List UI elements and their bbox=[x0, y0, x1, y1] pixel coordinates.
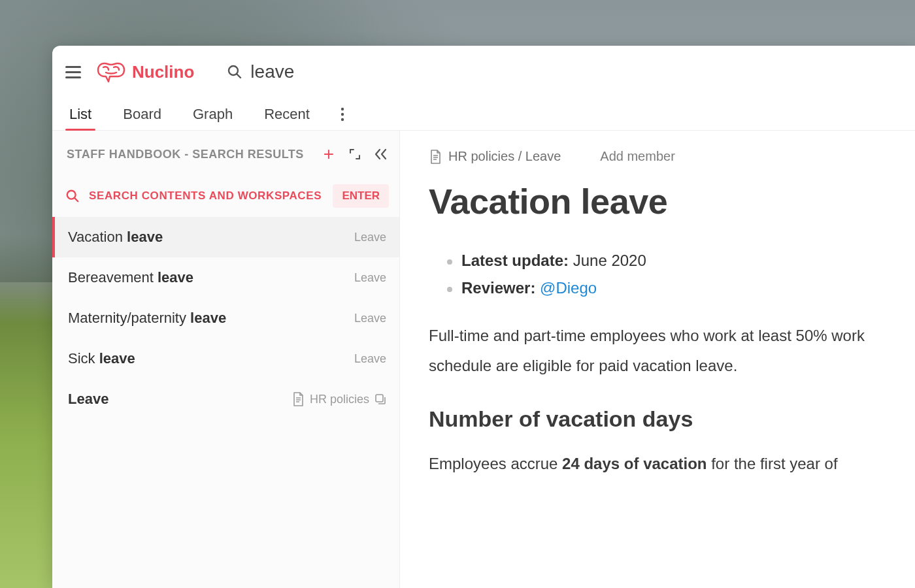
svg-point-2 bbox=[341, 107, 344, 110]
topbar: Nuclino bbox=[52, 46, 915, 98]
search-icon[interactable] bbox=[227, 64, 242, 80]
search-container bbox=[227, 61, 446, 82]
brand-name: Nuclino bbox=[132, 62, 194, 82]
tab-board[interactable]: Board bbox=[122, 99, 163, 129]
result-category: Leave bbox=[354, 352, 386, 366]
result-category: Leave bbox=[354, 312, 386, 325]
search-all-label: SEARCH CONTENTS AND WORKSPACES bbox=[89, 189, 324, 203]
tab-recent[interactable]: Recent bbox=[263, 99, 311, 129]
section-heading: Number of vacation days bbox=[429, 406, 915, 432]
user-mention[interactable]: @Diego bbox=[540, 279, 597, 297]
body-paragraph: Employees accrue 24 days of vacation for… bbox=[429, 449, 915, 479]
result-title: Sick leave bbox=[68, 350, 354, 367]
search-sidebar: STAFF HANDBOOK - SEARCH RESULTS + SEARCH… bbox=[52, 131, 400, 588]
document-meta-list: Latest update: June 2020 Reviewer: @Dieg… bbox=[447, 252, 915, 297]
document-header-row: HR policies / Leave Add member bbox=[429, 149, 915, 164]
result-category: HR policies bbox=[291, 392, 386, 406]
meta-latest-update: Latest update: June 2020 bbox=[447, 252, 915, 270]
meta-reviewer: Reviewer: @Diego bbox=[447, 279, 915, 297]
main-body: STAFF HANDBOOK - SEARCH RESULTS + SEARCH… bbox=[52, 131, 915, 588]
breadcrumb-text: HR policies / Leave bbox=[448, 149, 561, 164]
document-icon bbox=[429, 150, 442, 164]
collapse-sidebar-icon[interactable] bbox=[373, 146, 389, 162]
search-input[interactable] bbox=[250, 61, 446, 82]
svg-point-4 bbox=[341, 118, 344, 120]
svg-point-3 bbox=[341, 112, 344, 115]
brain-logo-icon bbox=[97, 61, 125, 83]
result-category: Leave bbox=[354, 231, 386, 244]
result-title: Leave bbox=[68, 391, 291, 408]
document-content: HR policies / Leave Add member Vacation … bbox=[400, 131, 915, 588]
add-item-button[interactable]: + bbox=[321, 145, 337, 163]
page-title: Vacation leave bbox=[429, 181, 915, 221]
breadcrumb[interactable]: HR policies / Leave bbox=[429, 149, 561, 164]
tabs-more-icon[interactable] bbox=[340, 106, 345, 122]
add-member-button[interactable]: Add member bbox=[600, 149, 675, 164]
svg-line-1 bbox=[237, 74, 241, 78]
search-all-workspaces-button[interactable]: SEARCH CONTENTS AND WORKSPACES ENTER bbox=[52, 175, 399, 217]
brand-logo-link[interactable]: Nuclino bbox=[97, 61, 194, 83]
search-icon bbox=[65, 189, 80, 203]
enter-key-pill: ENTER bbox=[333, 184, 389, 208]
result-category: Leave bbox=[354, 271, 386, 285]
result-title: Vacation leave bbox=[68, 229, 354, 246]
document-icon bbox=[291, 392, 305, 406]
tab-list[interactable]: List bbox=[68, 99, 93, 129]
search-result-item[interactable]: Maternity/paternity leave Leave bbox=[52, 298, 399, 338]
hamburger-menu-icon[interactable] bbox=[65, 63, 84, 81]
search-result-item[interactable]: Vacation leave Leave bbox=[52, 217, 399, 257]
collection-icon bbox=[374, 393, 386, 405]
result-title: Bereavement leave bbox=[68, 269, 354, 286]
result-title: Maternity/paternity leave bbox=[68, 310, 354, 327]
tab-graph[interactable]: Graph bbox=[191, 99, 234, 129]
view-tabs: List Board Graph Recent bbox=[52, 98, 915, 131]
sidebar-title: STAFF HANDBOOK - SEARCH RESULTS bbox=[67, 148, 310, 161]
search-result-item[interactable]: Bereavement leave Leave bbox=[52, 257, 399, 298]
body-paragraph: Full-time and part-time employees who wo… bbox=[429, 321, 915, 380]
app-window: Nuclino List Board Graph Recent STAFF HA… bbox=[52, 46, 915, 588]
sidebar-header: STAFF HANDBOOK - SEARCH RESULTS + bbox=[52, 131, 399, 175]
search-result-item[interactable]: Sick leave Leave bbox=[52, 338, 399, 379]
search-result-item[interactable]: Leave HR policies bbox=[52, 379, 399, 419]
svg-rect-7 bbox=[376, 395, 383, 402]
svg-line-6 bbox=[75, 198, 78, 201]
expand-icon[interactable] bbox=[347, 146, 363, 162]
